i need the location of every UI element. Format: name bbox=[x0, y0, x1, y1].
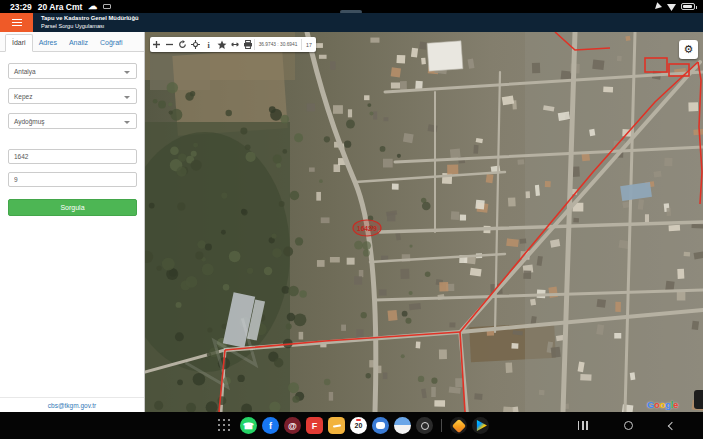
app-dock: ☎ f @ F 20 bbox=[218, 412, 489, 439]
tab-adres[interactable]: Adres bbox=[33, 35, 63, 51]
notes-glyph bbox=[332, 424, 340, 427]
app-header: Tapu ve Kadastro Genel Müdürlüğü Parsel … bbox=[0, 13, 703, 32]
app-title: Tapu ve Kadastro Genel Müdürlüğü Parsel … bbox=[41, 15, 138, 30]
app-title-line2: Parsel Sorgu Uygulaması bbox=[41, 23, 138, 31]
province-select[interactable]: Antalya bbox=[8, 63, 137, 79]
info-button[interactable]: i bbox=[202, 37, 215, 52]
play-store-icon[interactable] bbox=[472, 417, 489, 434]
facebook-icon[interactable]: f bbox=[262, 417, 279, 434]
app-drawer-button[interactable] bbox=[218, 419, 231, 432]
measure-button[interactable] bbox=[228, 37, 241, 52]
sidebar-footer: cbs@tkgm.gov.tr bbox=[0, 397, 144, 412]
block-number-input[interactable] bbox=[8, 149, 137, 164]
pointer-icon bbox=[655, 2, 663, 11]
dock-divider bbox=[441, 419, 442, 432]
zoom-out-button[interactable] bbox=[163, 37, 176, 52]
map-corner-control[interactable] bbox=[694, 390, 703, 409]
query-submit-button[interactable]: Sorgula bbox=[8, 199, 137, 216]
navigation-keys bbox=[578, 412, 675, 439]
store-diamond-glyph bbox=[451, 418, 465, 432]
wifi-icon bbox=[667, 2, 676, 11]
galaxy-store-icon[interactable] bbox=[450, 417, 467, 434]
satellite-imagery: 1642/9 bbox=[145, 32, 703, 412]
contact-email-link[interactable]: cbs@tkgm.gov.tr bbox=[48, 402, 96, 409]
svg-text:1642/9: 1642/9 bbox=[357, 225, 377, 232]
camera-lens-glyph bbox=[421, 422, 429, 430]
center-map-button[interactable] bbox=[189, 37, 202, 52]
notes-icon[interactable] bbox=[328, 417, 345, 434]
mail-app-icon[interactable]: @ bbox=[284, 417, 301, 434]
parcel-highlight-stamp: 1642/9 bbox=[353, 220, 381, 236]
notification-icon bbox=[103, 4, 111, 9]
play-triangle-glyph bbox=[476, 420, 487, 431]
map-settings-button[interactable]: ⚙ bbox=[679, 40, 698, 59]
whatsapp-icon[interactable]: ☎ bbox=[240, 417, 257, 434]
browser-icon[interactable] bbox=[394, 417, 411, 434]
parcel-number-input[interactable] bbox=[8, 172, 137, 187]
neighborhood-select[interactable]: Aydoğmuş bbox=[8, 113, 137, 129]
favorite-button[interactable] bbox=[215, 37, 228, 52]
android-taskbar: ☎ f @ F 20 bbox=[0, 412, 703, 439]
home-button[interactable] bbox=[624, 421, 633, 430]
battery-icon bbox=[681, 3, 695, 10]
gear-icon: ⚙ bbox=[684, 43, 694, 56]
chat-bubble-glyph bbox=[376, 422, 385, 429]
sidebar-tabbar: İdari Adres Analiz Coğrafi bbox=[0, 32, 144, 52]
recents-button[interactable] bbox=[578, 421, 588, 430]
print-button[interactable] bbox=[241, 37, 254, 52]
tab-idari[interactable]: İdari bbox=[5, 34, 33, 52]
zoom-in-button[interactable] bbox=[150, 37, 163, 52]
app-title-line1: Tapu ve Kadastro Genel Müdürlüğü bbox=[41, 15, 138, 23]
map-toolbar: i 36.9743 : 30.6941 17 bbox=[150, 37, 316, 52]
weather-cloud-icon: ☁ bbox=[88, 2, 97, 11]
hamburger-icon bbox=[12, 17, 22, 28]
home-circle-glyph bbox=[624, 421, 633, 430]
camera-icon[interactable] bbox=[416, 417, 433, 434]
messages-icon[interactable] bbox=[372, 417, 389, 434]
district-select[interactable]: Kepez bbox=[8, 88, 137, 104]
tab-cografi[interactable]: Coğrafi bbox=[94, 35, 129, 51]
parcel-query-form: Antalya Kepez Aydoğmuş Sorgula bbox=[0, 52, 144, 216]
back-chevron-glyph bbox=[668, 421, 676, 429]
zoom-level-readout: 17 bbox=[302, 42, 316, 48]
calendar-day: 20 bbox=[355, 422, 363, 429]
calendar-icon[interactable]: 20 bbox=[350, 417, 367, 434]
coordinates-readout: 36.9743 : 30.6941 bbox=[255, 42, 301, 47]
hamburger-menu-button[interactable] bbox=[0, 13, 33, 32]
flipboard-icon[interactable]: F bbox=[306, 417, 323, 434]
map-canvas[interactable]: 1642/9 bbox=[145, 32, 703, 412]
clock-text: 23:29 bbox=[10, 2, 32, 12]
refresh-button[interactable] bbox=[176, 37, 189, 52]
svg-text:i: i bbox=[207, 41, 210, 50]
google-attribution-logo: Google bbox=[647, 399, 678, 410]
tab-analiz[interactable]: Analiz bbox=[63, 35, 94, 51]
date-text: 20 Ara Cmt bbox=[38, 2, 83, 12]
query-sidebar: İdari Adres Analiz Coğrafi Antalya Kepez… bbox=[0, 32, 145, 412]
back-button[interactable] bbox=[669, 423, 675, 429]
